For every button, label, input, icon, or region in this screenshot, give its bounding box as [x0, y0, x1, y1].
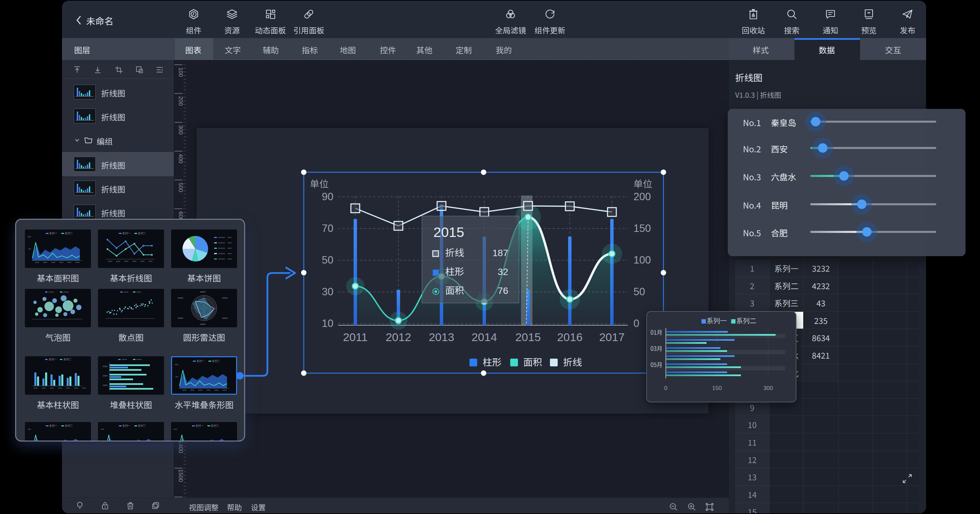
svg-text:系列一: 系列一 — [49, 231, 57, 235]
svg-text:单位: 单位 — [310, 177, 329, 190]
svg-text:面积: 面积 — [445, 283, 464, 297]
svg-text:200: 200 — [633, 191, 651, 203]
svg-text:系列一: 系列一 — [49, 424, 57, 427]
svg-text:0: 0 — [664, 385, 667, 391]
svg-text:系列一: 系列一 — [122, 231, 130, 235]
svg-text:面积: 面积 — [523, 355, 542, 369]
svg-text:系列二: 系列二 — [138, 424, 146, 427]
svg-text:系列一: 系列一 — [706, 316, 727, 325]
svg-text:187: 187 — [492, 248, 508, 258]
svg-text:系列二: 系列二 — [138, 231, 146, 235]
svg-text:100: 100 — [633, 254, 651, 266]
svg-text:系列二: 系列二 — [211, 424, 219, 427]
svg-text:折线: 折线 — [445, 245, 464, 259]
svg-text:76: 76 — [498, 286, 508, 296]
svg-text:2015: 2015 — [433, 225, 464, 240]
svg-text:2011: 2011 — [343, 330, 368, 343]
svg-text:折线: 折线 — [563, 355, 582, 369]
svg-text:03月: 03月 — [650, 344, 662, 353]
svg-text:柱形: 柱形 — [445, 264, 464, 278]
svg-text:系列一: 系列一 — [195, 424, 204, 427]
svg-text:150: 150 — [633, 222, 651, 234]
svg-text:50: 50 — [322, 254, 333, 266]
svg-text:0: 0 — [633, 318, 639, 329]
svg-text:50: 50 — [633, 286, 645, 298]
svg-text:2017: 2017 — [599, 330, 625, 343]
svg-text:系列二: 系列二 — [63, 357, 72, 361]
svg-text:300: 300 — [764, 385, 773, 391]
svg-text:10: 10 — [322, 318, 333, 329]
svg-text:2012: 2012 — [386, 330, 411, 343]
svg-text:系列一: 系列一 — [48, 357, 57, 361]
svg-text:70: 70 — [322, 222, 333, 234]
svg-text:系列二: 系列二 — [736, 316, 756, 325]
svg-text:01月: 01月 — [650, 328, 662, 336]
svg-text:2013: 2013 — [429, 330, 454, 343]
svg-text:系列二: 系列二 — [65, 231, 73, 235]
svg-text:32: 32 — [498, 267, 508, 277]
svg-text:2016: 2016 — [557, 330, 582, 343]
svg-text:30: 30 — [322, 286, 333, 298]
svg-text:系列二: 系列二 — [65, 424, 73, 427]
svg-text:单位: 单位 — [633, 177, 652, 190]
svg-text:150: 150 — [712, 385, 722, 391]
svg-text:90: 90 — [322, 191, 333, 203]
svg-text:柱形: 柱形 — [483, 355, 501, 369]
svg-text:系列一: 系列一 — [122, 424, 130, 427]
svg-text:2015: 2015 — [515, 330, 541, 343]
svg-text:05月: 05月 — [650, 360, 662, 369]
svg-text:2014: 2014 — [471, 330, 497, 343]
